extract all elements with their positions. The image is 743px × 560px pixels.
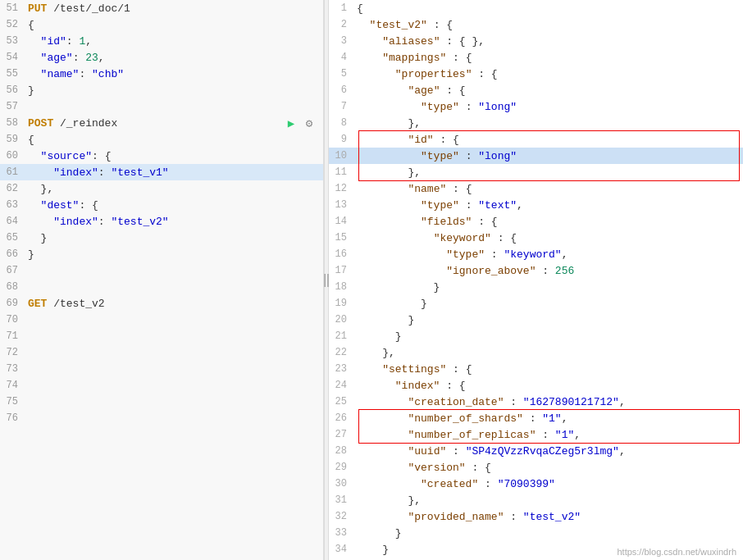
line-number: 18 bbox=[329, 281, 353, 293]
line-number: 13 bbox=[329, 199, 353, 211]
line-content: "index" : { bbox=[353, 380, 743, 392]
line-number: 24 bbox=[329, 380, 353, 391]
right-line-12: 12 "name" : { bbox=[329, 180, 743, 197]
right-line-7: 7 "type" : "long" bbox=[329, 98, 743, 115]
right-line-19: 19 } bbox=[329, 295, 743, 312]
line-number: 6 bbox=[329, 84, 353, 96]
right-line-3: 3 "aliases" : { }, bbox=[329, 33, 743, 49]
line-number: 21 bbox=[329, 330, 353, 342]
line-number: 31 bbox=[329, 494, 353, 506]
left-line-76: 76 bbox=[0, 410, 323, 426]
line-number: 25 bbox=[329, 396, 353, 407]
toolbar-icons[interactable]: ▶⚙ bbox=[284, 116, 323, 130]
line-number: 59 bbox=[0, 134, 25, 145]
line-content: "name" : { bbox=[353, 183, 743, 195]
line-number: 9 bbox=[329, 134, 353, 145]
left-line-75: 75 bbox=[0, 394, 323, 410]
line-content: "creation_date" : "1627890121712", bbox=[353, 396, 743, 408]
left-line-53: 53 "id": 1, bbox=[0, 33, 323, 49]
line-content: "type" : "long" bbox=[353, 150, 743, 162]
line-number: 7 bbox=[329, 101, 353, 112]
line-number: 12 bbox=[329, 183, 353, 194]
line-content: { bbox=[353, 2, 743, 15]
line-content: "source": { bbox=[25, 150, 323, 162]
line-number: 73 bbox=[0, 363, 25, 375]
left-panel: 51PUT /test/_doc/152{53 "id": 1,54 "age"… bbox=[0, 0, 324, 560]
line-number: 27 bbox=[329, 429, 353, 440]
line-content: "index": "test_v2" bbox=[25, 216, 323, 228]
settings-icon[interactable]: ⚙ bbox=[302, 116, 317, 130]
line-content: }, bbox=[353, 166, 743, 179]
left-line-61: 61 "index": "test_v1" bbox=[0, 164, 323, 180]
line-number: 67 bbox=[0, 265, 25, 276]
line-content: }, bbox=[353, 494, 743, 507]
right-line-27: 27 "number_of_replicas" : "1", bbox=[329, 426, 743, 443]
line-content: "number_of_replicas" : "1", bbox=[353, 429, 743, 441]
right-line-16: 16 "type" : "keyword", bbox=[329, 246, 743, 262]
line-number: 69 bbox=[0, 298, 25, 309]
right-line-26: 26 "number_of_shards" : "1", bbox=[329, 410, 743, 426]
line-content: "type" : "text", bbox=[353, 199, 743, 212]
line-number: 28 bbox=[329, 445, 353, 457]
line-number: 30 bbox=[329, 478, 353, 489]
run-button[interactable]: ▶ bbox=[284, 116, 299, 130]
left-line-64: 64 "index": "test_v2" bbox=[0, 213, 323, 230]
line-content: "test_v2" : { bbox=[353, 19, 743, 31]
right-line-32: 32 "provided_name" : "test_v2" bbox=[329, 508, 743, 525]
line-content: "uuid" : "SP4zQVzzRvqaCZeg5r3lmg", bbox=[353, 445, 743, 458]
right-line-18: 18 } bbox=[329, 279, 743, 295]
right-line-22: 22 }, bbox=[329, 344, 743, 361]
line-content: }, bbox=[25, 183, 323, 195]
line-content: "ignore_above" : 256 bbox=[353, 265, 743, 277]
right-line-29: 29 "version" : { bbox=[329, 459, 743, 476]
right-line-31: 31 }, bbox=[329, 492, 743, 508]
line-content: "age" : { bbox=[353, 84, 743, 97]
left-line-59: 59{ bbox=[0, 131, 323, 148]
right-line-13: 13 "type" : "text", bbox=[329, 197, 743, 213]
right-line-6: 6 "age" : { bbox=[329, 82, 743, 98]
left-line-55: 55 "name": "chb" bbox=[0, 66, 323, 82]
line-content: "version" : { bbox=[353, 462, 743, 474]
line-number: 60 bbox=[0, 150, 25, 162]
line-content: "mappings" : { bbox=[353, 52, 743, 64]
line-number: 20 bbox=[329, 314, 353, 326]
right-line-20: 20 } bbox=[329, 312, 743, 328]
line-number: 11 bbox=[329, 166, 353, 178]
line-number: 55 bbox=[0, 68, 25, 80]
line-number: 2 bbox=[329, 19, 353, 30]
right-line-25: 25 "creation_date" : "1627890121712", bbox=[329, 394, 743, 410]
line-content: }, bbox=[353, 117, 743, 130]
left-line-63: 63 "dest": { bbox=[0, 197, 323, 213]
right-line-17: 17 "ignore_above" : 256 bbox=[329, 262, 743, 279]
line-content: "dest": { bbox=[25, 199, 323, 212]
line-content: "fields" : { bbox=[353, 216, 743, 228]
line-content: } bbox=[353, 281, 743, 294]
line-number: 54 bbox=[0, 52, 25, 63]
left-line-51: 51PUT /test/_doc/1 bbox=[0, 0, 323, 16]
line-content: GET /test_v2 bbox=[25, 298, 323, 310]
left-line-65: 65 } bbox=[0, 230, 323, 246]
line-content: "name": "chb" bbox=[25, 68, 323, 80]
right-line-2: 2 "test_v2" : { bbox=[329, 16, 743, 33]
right-line-21: 21 } bbox=[329, 328, 743, 344]
line-content: } bbox=[353, 527, 743, 540]
line-number: 68 bbox=[0, 281, 25, 293]
line-content: "keyword" : { bbox=[353, 232, 743, 244]
line-number: 70 bbox=[0, 314, 25, 326]
left-line-67: 67 bbox=[0, 262, 323, 279]
left-line-70: 70 bbox=[0, 312, 323, 328]
line-number: 3 bbox=[329, 35, 353, 47]
line-content: PUT /test/_doc/1 bbox=[25, 2, 323, 15]
line-content: "id": 1, bbox=[25, 35, 323, 48]
right-line-28: 28 "uuid" : "SP4zQVzzRvqaCZeg5r3lmg", bbox=[329, 443, 743, 459]
watermark: https://blog.csdn.net/wuxindrh bbox=[617, 547, 736, 557]
line-content: "settings" : { bbox=[353, 363, 743, 376]
line-number: 22 bbox=[329, 347, 353, 358]
line-number: 58 bbox=[0, 117, 25, 129]
line-number: 65 bbox=[0, 232, 25, 244]
line-number: 56 bbox=[0, 84, 25, 96]
line-number: 23 bbox=[329, 363, 353, 375]
right-line-5: 5 "properties" : { bbox=[329, 66, 743, 82]
line-content: } bbox=[25, 232, 323, 244]
left-line-72: 72 bbox=[0, 344, 323, 361]
